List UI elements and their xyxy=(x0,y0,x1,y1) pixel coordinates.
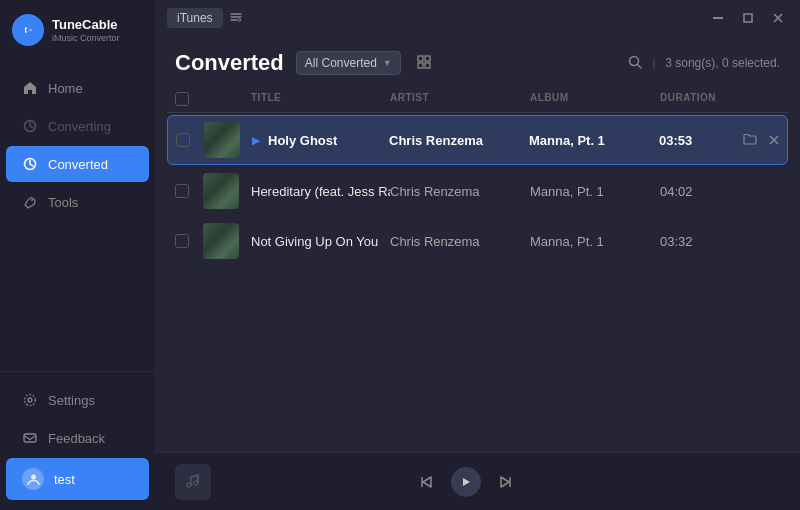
row-thumbnail-3 xyxy=(203,223,239,259)
settings-icon xyxy=(22,392,38,408)
sidebar-item-feedback-label: Feedback xyxy=(48,431,105,446)
row-album-2: Manna, Pt. 1 xyxy=(530,184,660,199)
sidebar-item-settings[interactable]: Settings xyxy=(6,382,149,418)
itunes-tab[interactable]: iTunes xyxy=(167,8,223,28)
tab-settings-icon[interactable] xyxy=(229,10,243,27)
tools-icon xyxy=(22,194,38,210)
svg-rect-7 xyxy=(24,434,36,442)
sidebar-item-settings-label: Settings xyxy=(48,393,95,408)
main-content: iTunes Converted xyxy=(155,0,800,510)
filter-dropdown[interactable]: All Converted ▼ xyxy=(296,51,401,75)
table-row[interactable]: ▶ Holy Ghost Chris Renzema Manna, Pt. 1 … xyxy=(167,115,788,165)
player-bar xyxy=(155,452,800,510)
sidebar: TuneCable iMusic Convertor Home Converti… xyxy=(0,0,155,510)
sidebar-item-home-label: Home xyxy=(48,81,83,96)
feedback-icon xyxy=(22,430,38,446)
row-actions-1 xyxy=(739,131,779,150)
prev-track-button[interactable] xyxy=(419,475,433,489)
sidebar-item-tools-label: Tools xyxy=(48,195,78,210)
close-icon-1[interactable] xyxy=(765,131,783,150)
song-count: 3 song(s), 0 selected. xyxy=(665,56,780,70)
svg-rect-12 xyxy=(418,56,423,61)
close-button[interactable] xyxy=(768,8,788,28)
page-header: Converted All Converted ▼ | 3 song(s), 0… xyxy=(155,36,800,86)
play-pause-button[interactable] xyxy=(451,467,481,497)
player-controls xyxy=(419,467,513,497)
table-row[interactable]: Hereditary (feat. Jess Ray) Chris Renzem… xyxy=(167,167,788,215)
minimize-button[interactable] xyxy=(708,8,728,28)
filter-label: All Converted xyxy=(305,56,377,70)
user-item[interactable]: test xyxy=(6,458,149,500)
table-header: TITLE ARTIST ALBUM DURATION xyxy=(167,86,788,113)
search-button[interactable] xyxy=(628,55,642,72)
sidebar-item-converting[interactable]: Converting xyxy=(6,108,149,144)
nav-section: Home Converting Converted xyxy=(0,60,155,371)
sidebar-item-feedback[interactable]: Feedback xyxy=(6,420,149,456)
sidebar-item-converted[interactable]: Converted xyxy=(6,146,149,182)
header-title: TITLE xyxy=(251,92,390,106)
app-name: TuneCable xyxy=(52,17,120,33)
svg-rect-14 xyxy=(418,63,423,68)
header-thumbnail xyxy=(203,92,251,106)
table-row[interactable]: Not Giving Up On You Chris Renzema Manna… xyxy=(167,217,788,265)
user-avatar xyxy=(22,468,44,490)
svg-rect-13 xyxy=(425,56,430,61)
row-artist-2: Chris Renzema xyxy=(390,184,530,199)
svg-point-1 xyxy=(26,28,30,32)
svg-point-5 xyxy=(28,398,32,402)
row-duration-3: 03:32 xyxy=(660,234,740,249)
row-title-2: Hereditary (feat. Jess Ray) xyxy=(251,184,390,199)
row-duration-1: 03:53 xyxy=(659,133,739,148)
sidebar-item-converted-label: Converted xyxy=(48,157,108,172)
row-duration-2: 04:02 xyxy=(660,184,740,199)
sidebar-item-tools[interactable]: Tools xyxy=(6,184,149,220)
row-thumbnail-2 xyxy=(203,173,239,209)
app-logo-icon xyxy=(12,14,44,46)
converted-icon xyxy=(22,156,38,172)
row-artist-1: Chris Renzema xyxy=(389,133,529,148)
chevron-down-icon: ▼ xyxy=(383,58,392,68)
header-duration: DURATION xyxy=(660,92,740,106)
titlebar: iTunes xyxy=(155,0,800,36)
header-checkbox xyxy=(175,92,203,106)
music-art-box xyxy=(175,464,211,500)
row-checkbox-2[interactable] xyxy=(175,184,189,198)
sidebar-item-converting-label: Converting xyxy=(48,119,111,134)
header-actions xyxy=(740,92,780,106)
svg-point-9 xyxy=(238,18,240,20)
logo-area: TuneCable iMusic Convertor xyxy=(0,0,155,60)
svg-point-6 xyxy=(25,395,36,406)
grid-view-button[interactable] xyxy=(413,51,435,76)
row-artist-3: Chris Renzema xyxy=(390,234,530,249)
row-title-1: ▶ Holy Ghost xyxy=(252,133,389,148)
svg-rect-11 xyxy=(744,14,752,22)
header-artist: ARTIST xyxy=(390,92,530,106)
row-checkbox-3[interactable] xyxy=(175,234,189,248)
svg-rect-15 xyxy=(425,63,430,68)
svg-point-4 xyxy=(31,199,33,201)
converting-icon xyxy=(22,118,38,134)
page-title: Converted xyxy=(175,50,284,76)
row-album-3: Manna, Pt. 1 xyxy=(530,234,660,249)
svg-rect-10 xyxy=(713,17,723,19)
tracks-table: TITLE ARTIST ALBUM DURATION ▶ Holy Ghost… xyxy=(155,86,800,452)
play-indicator-1: ▶ xyxy=(252,135,260,146)
home-icon xyxy=(22,80,38,96)
select-all-checkbox[interactable] xyxy=(175,92,189,106)
sidebar-bottom: Settings Feedback test xyxy=(0,371,155,510)
row-title-3: Not Giving Up On You xyxy=(251,234,390,249)
user-label: test xyxy=(54,472,75,487)
maximize-button[interactable] xyxy=(738,8,758,28)
row-checkbox-1[interactable] xyxy=(176,133,190,147)
header-separator: | xyxy=(652,56,655,70)
svg-point-8 xyxy=(31,474,36,479)
sidebar-item-home[interactable]: Home xyxy=(6,70,149,106)
row-thumbnail-1 xyxy=(204,122,240,158)
header-album: ALBUM xyxy=(530,92,660,106)
folder-icon-1[interactable] xyxy=(739,131,761,150)
next-track-button[interactable] xyxy=(499,475,513,489)
row-album-1: Manna, Pt. 1 xyxy=(529,133,659,148)
app-subtitle: iMusic Convertor xyxy=(52,33,120,43)
